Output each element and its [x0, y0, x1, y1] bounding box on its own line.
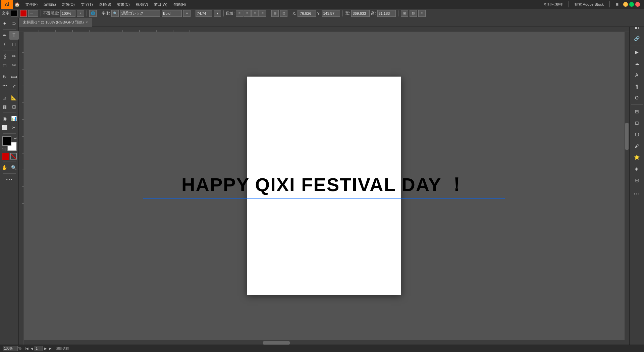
paragraph-panel-icon[interactable]: ¶ — [631, 81, 643, 92]
font-style-input[interactable] — [162, 10, 182, 17]
align-left-button[interactable]: ≡ — [236, 10, 243, 17]
maximize-button[interactable] — [629, 2, 634, 7]
scrollbar-bottom-thumb[interactable] — [263, 341, 290, 345]
extra-options-icon[interactable]: ⊞ — [401, 10, 408, 17]
active-tab[interactable]: 未标题-1 * @ 100% (RGB/GPU 预览) × — [19, 18, 92, 27]
minimize-button[interactable] — [623, 2, 628, 7]
menu-object[interactable]: 对象(O) — [59, 0, 77, 9]
pen-tool[interactable]: ✒ — [0, 31, 9, 40]
extra-options3-icon[interactable]: ≡ — [418, 10, 426, 17]
pathfinder-panel-icon[interactable]: ⬡ — [631, 129, 643, 140]
extra-options2-icon[interactable]: ⊡ — [410, 10, 417, 17]
libraries-panel-icon[interactable]: 🔗 — [631, 33, 643, 44]
canvas-area[interactable]: HAPPY QIXI FESTIVAL DAY ！ — [19, 27, 629, 345]
font-alt-icon[interactable]: O — [631, 92, 643, 103]
no-fill-button[interactable] — [10, 153, 17, 160]
gradient-tool[interactable]: ▦ — [0, 102, 9, 111]
x-input[interactable] — [298, 10, 316, 17]
stroke-value[interactable]: ー — [28, 10, 38, 17]
chart-tool[interactable]: 📊 — [9, 114, 19, 123]
glyph-icon[interactable]: ⊞ — [271, 10, 279, 17]
line-tool[interactable]: / — [0, 40, 9, 49]
foreground-color-swatch[interactable] — [2, 136, 11, 146]
lasso-tool[interactable]: ⊃ — [9, 19, 19, 28]
swap-colors-icon[interactable]: ⇄ — [14, 136, 17, 140]
fill-swatch[interactable] — [11, 10, 17, 17]
width-input[interactable] — [351, 10, 370, 17]
text-tool[interactable]: T — [9, 31, 19, 40]
page-input[interactable] — [35, 346, 43, 351]
transform-panel-icon[interactable]: ⊡ — [631, 118, 643, 128]
stroke-swatch[interactable] — [20, 10, 27, 17]
warp-tool[interactable]: 〜 — [0, 82, 9, 90]
align-right-button[interactable]: ≡ — [251, 10, 259, 17]
free-transform-tool[interactable]: ⤢ — [9, 82, 19, 90]
next-page-button[interactable]: ▶ — [44, 347, 48, 350]
reflect-tool[interactable]: ⟺ — [9, 73, 19, 81]
rotate-tool[interactable]: ↻ — [0, 73, 9, 81]
font-size-input[interactable] — [196, 10, 212, 17]
menu-view[interactable]: 视图(V) — [133, 0, 151, 9]
measure-tool[interactable]: 📐 — [9, 93, 19, 102]
artboard-tool[interactable]: ⬜ — [0, 123, 9, 132]
first-page-button[interactable]: |◀ — [24, 347, 29, 350]
cloud-icon[interactable]: ☁ — [631, 58, 643, 69]
shape-builder-tool[interactable]: ◉ — [0, 114, 9, 123]
align-panel-icon[interactable]: ⊟ — [631, 106, 643, 117]
more-panels-button[interactable]: • • • — [631, 188, 643, 199]
reset-colors-icon[interactable]: ⬛ — [2, 148, 6, 151]
tab-close-button[interactable]: × — [86, 20, 88, 24]
menu-select[interactable]: 选择(S) — [96, 0, 114, 9]
opacity-arrow-icon[interactable]: › — [77, 10, 84, 17]
menu-effect[interactable]: 效果(C) — [114, 0, 132, 9]
pencil-tool[interactable]: ✏ — [9, 52, 19, 60]
home-icon[interactable]: 🏠 — [13, 0, 21, 9]
slice-tool[interactable]: ✂ — [9, 123, 19, 132]
text-panel-icon[interactable]: A — [631, 70, 643, 80]
more-tools-button[interactable]: • • • — [5, 175, 14, 184]
scrollbar-bottom[interactable] — [19, 340, 629, 345]
eyedropper-tool[interactable]: ⊿ — [0, 93, 9, 102]
close-button[interactable] — [635, 2, 640, 7]
menu-window[interactable]: 窗口(W) — [151, 0, 170, 9]
hand-tool[interactable]: ✋ — [0, 163, 9, 172]
font-style-dropdown[interactable]: ▾ — [183, 10, 191, 17]
menu-file[interactable]: 文件(F) — [23, 0, 40, 9]
more-options-icon[interactable]: ⊡ — [280, 10, 287, 17]
align-center-button[interactable]: ≡ — [244, 10, 251, 17]
globe-icon[interactable]: 🌐 — [89, 10, 97, 17]
shears-tool[interactable]: ✂ — [9, 61, 19, 70]
stroke-color-swatch[interactable] — [2, 153, 9, 160]
zoom-tool[interactable]: 🔍 — [9, 163, 19, 172]
shape-chart-row: ◉ 📊 — [0, 114, 19, 123]
arrange-icon[interactable]: ⊞ — [613, 2, 621, 7]
zoom-input[interactable] — [3, 346, 18, 351]
last-page-button[interactable]: ▶| — [48, 347, 53, 350]
menu-help[interactable]: 帮助(H) — [171, 0, 189, 9]
symbols-panel-icon[interactable]: ⭐ — [631, 152, 643, 163]
eraser-tool[interactable]: ◻ — [0, 61, 9, 70]
appearance-panel-icon[interactable]: ◎ — [631, 175, 643, 185]
font-size-dropdown[interactable]: ▾ — [214, 10, 221, 17]
scrollbar-right[interactable] — [625, 27, 629, 345]
canvas-text[interactable]: HAPPY QIXI FESTIVAL DAY ！ — [143, 172, 505, 199]
rect-tool[interactable]: □ — [9, 40, 19, 49]
opacity-input[interactable] — [60, 10, 75, 17]
brushes-panel-icon[interactable]: 🖌 — [631, 140, 643, 151]
paintbrush-tool[interactable]: 𝄞 — [0, 52, 9, 60]
menu-edit[interactable]: 编辑(E) — [41, 0, 59, 9]
scrollbar-right-thumb[interactable] — [625, 123, 629, 150]
font-search-icon[interactable]: 🔍 — [111, 10, 119, 17]
play-icon[interactable]: ▶ — [631, 47, 643, 57]
graphic-styles-panel-icon[interactable]: ◈ — [631, 163, 643, 174]
adobe-stock-button[interactable]: 搜索 Adobe Stock — [573, 1, 606, 8]
font-family-input[interactable] — [120, 10, 160, 17]
menu-text[interactable]: 文字(T) — [78, 0, 96, 9]
height-input[interactable] — [377, 10, 396, 17]
mesh-tool[interactable]: ⊞ — [9, 102, 19, 111]
print-preview-button[interactable]: 打印和校样 — [542, 1, 565, 8]
y-input[interactable] — [322, 10, 340, 17]
prev-page-button[interactable]: ◀ — [30, 347, 34, 350]
more-align-button[interactable]: ≡ — [259, 10, 266, 17]
magic-wand-tool[interactable]: ✦ — [0, 19, 9, 28]
